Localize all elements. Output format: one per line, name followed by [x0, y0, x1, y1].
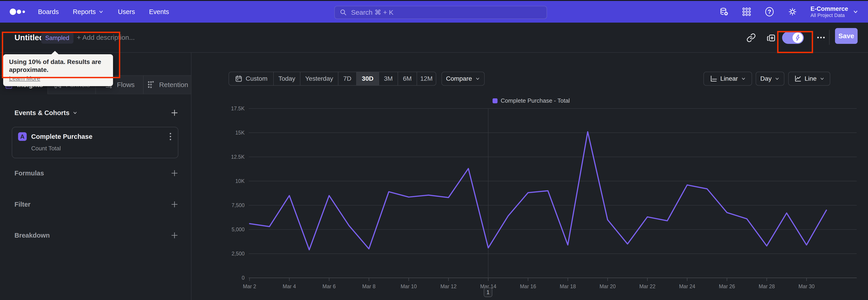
kebab-menu-icon [169, 132, 172, 141]
events-cohorts-toggle[interactable]: Events & Cohorts [14, 109, 78, 117]
range-custom[interactable]: Custom [229, 72, 273, 85]
help-icon[interactable]: ? [764, 6, 775, 17]
series-line[interactable] [250, 132, 827, 250]
chevron-down-icon [775, 76, 780, 81]
y-axis-label: 10K [235, 178, 245, 184]
x-axis-label: Mar 28 [758, 283, 775, 289]
x-axis-label: Mar 26 [719, 283, 735, 289]
filter-row: Filter [14, 200, 178, 209]
chevron-down-icon [819, 76, 825, 81]
x-axis-label: Mar 24 [679, 283, 695, 289]
x-axis-label: Mar 8 [362, 283, 376, 289]
data-management-icon[interactable] [719, 6, 729, 17]
apps-grid-icon[interactable] [742, 7, 752, 17]
search-icon [340, 9, 347, 16]
nav-links: Boards Reports Users Events [38, 8, 169, 16]
add-event-button[interactable] [170, 109, 178, 117]
plus-icon [170, 169, 178, 177]
tab-retention-label: Retention [159, 81, 188, 89]
event-card[interactable]: A Complete Purchase Count Total [12, 127, 178, 158]
events-cohorts-header: Events & Cohorts [14, 109, 178, 117]
gear-icon[interactable] [787, 6, 798, 17]
learn-more-link[interactable]: Learn More [9, 75, 40, 82]
chevron-down-icon [72, 110, 78, 115]
add-filter-button[interactable] [170, 201, 178, 208]
range-today[interactable]: Today [273, 72, 300, 85]
chevron-down-icon [475, 76, 480, 81]
breakdown-label: Breakdown [14, 232, 50, 239]
sampling-tooltip-message: Using 10% of data. Results are approxima… [9, 58, 107, 74]
pagination-page-1[interactable]: 1 [484, 288, 492, 297]
y-axis-label: 5,000 [231, 227, 245, 232]
x-axis-label: Mar 30 [798, 283, 815, 289]
project-switcher[interactable]: E-Commerce All Project Data [810, 5, 859, 18]
search-input[interactable] [350, 8, 541, 17]
event-name[interactable]: Complete Purchase [31, 133, 92, 140]
save-button[interactable]: Save [835, 28, 858, 44]
chart-panel: Custom Today Yesterday 7D 30D 3M 6M 12M … [191, 53, 868, 300]
x-axis-label: Mar 4 [283, 283, 296, 289]
link-icon [746, 33, 756, 42]
add-formula-button[interactable] [170, 169, 178, 177]
copy-link-button[interactable] [746, 33, 756, 42]
y-axis-label: 12.5K [231, 154, 245, 160]
line-chart: 02,5005,0007,50010K12.5K15K17.5KMar 2Mar… [191, 99, 868, 298]
plus-icon [170, 201, 178, 208]
x-axis-label: Mar 12 [440, 283, 457, 289]
x-axis-label: Mar 20 [599, 283, 616, 289]
nav-boards[interactable]: Boards [38, 8, 59, 16]
toggle-knob [793, 33, 803, 43]
report-title[interactable]: Untitled [14, 23, 44, 52]
chart-type-select[interactable]: Line [788, 72, 830, 86]
x-axis-label: Mar 16 [520, 283, 536, 289]
range-12m[interactable]: 12M [416, 72, 436, 85]
chevron-down-icon [741, 76, 746, 81]
ellipsis-icon [816, 36, 826, 39]
retention-icon [147, 80, 156, 89]
y-axis-label: 2,500 [231, 251, 245, 257]
x-axis-label: Mar 2 [243, 283, 256, 289]
compare-button[interactable]: Compare [441, 72, 485, 86]
tab-retention[interactable]: Retention [143, 76, 191, 94]
tab-flows-label: Flows [117, 81, 134, 89]
project-scope: All Project Data [810, 12, 848, 18]
event-options-button[interactable] [169, 132, 172, 141]
nav-users[interactable]: Users [118, 8, 135, 16]
mixpanel-logo-icon[interactable] [9, 7, 26, 17]
search-box[interactable] [334, 6, 547, 19]
nav-reports[interactable]: Reports [73, 8, 104, 16]
filter-label: Filter [14, 201, 31, 208]
event-row: A Complete Purchase [18, 132, 172, 141]
scale-select[interactable]: Linear [704, 72, 752, 86]
range-yesterday[interactable]: Yesterday [300, 72, 338, 85]
sidebar: Insights Funnels Flows [0, 53, 191, 300]
range-7d[interactable]: 7D [338, 72, 356, 85]
range-6m[interactable]: 6M [398, 72, 416, 85]
range-3m[interactable]: 3M [379, 72, 398, 85]
interval-select[interactable]: Day [756, 72, 784, 86]
nav-reports-label: Reports [73, 8, 96, 16]
event-metric[interactable]: Count Total [31, 145, 172, 152]
lightning-bolt-icon [794, 34, 801, 41]
scale-label: Linear [720, 75, 738, 82]
line-chart-icon [794, 75, 802, 83]
sampling-tooltip: Using 10% of data. Results are approxima… [3, 54, 113, 86]
x-axis-label: Mar 22 [639, 283, 655, 289]
add-to-board-icon [766, 33, 776, 42]
more-menu-button[interactable] [816, 36, 826, 39]
sampling-toggle[interactable] [782, 32, 804, 44]
linear-scale-icon [710, 75, 717, 83]
add-description[interactable]: + Add description... [77, 23, 135, 52]
project-name: E-Commerce [810, 5, 848, 12]
x-axis-label: Mar 18 [560, 283, 576, 289]
top-nav: Boards Reports Users Events [0, 1, 868, 23]
y-axis-label: 0 [242, 275, 245, 281]
sampled-badge[interactable]: Sampled [41, 33, 73, 43]
y-axis-label: 15K [235, 130, 245, 136]
add-to-board-button[interactable] [766, 33, 776, 42]
y-axis-label: 17.5K [231, 106, 245, 112]
nav-events[interactable]: Events [149, 8, 169, 16]
add-breakdown-button[interactable] [170, 232, 178, 239]
range-30d[interactable]: 30D [356, 72, 379, 85]
nav-right-icons: ? E-Commerce All Project Data [719, 1, 859, 23]
